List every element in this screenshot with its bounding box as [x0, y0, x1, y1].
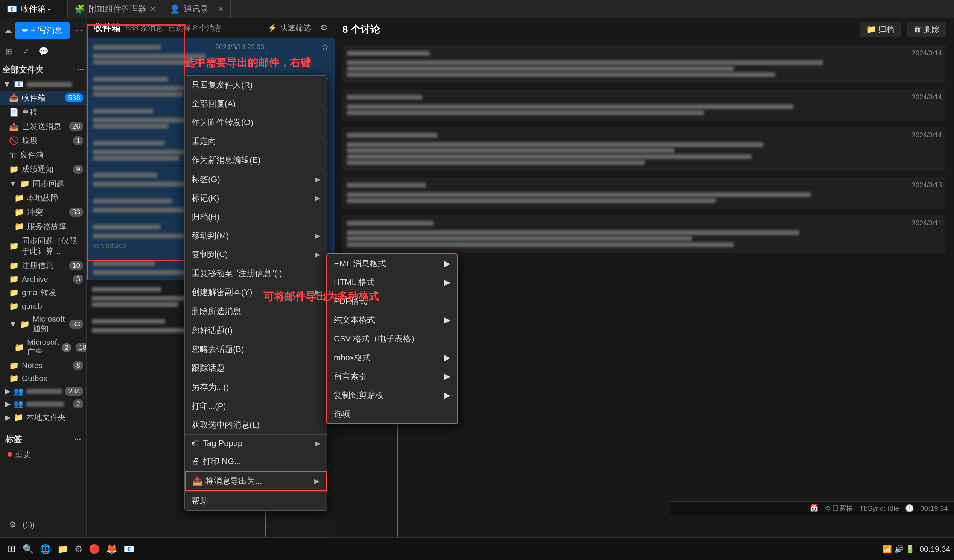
tag-popup-label: Tag Popup: [203, 439, 242, 448]
sidebar-item-draft[interactable]: 📄 草稿: [0, 105, 86, 119]
export-mbox[interactable]: mbox格式 ▶: [327, 348, 457, 367]
sidebar-item-server-fail[interactable]: 📁 服务器故障: [0, 219, 86, 233]
menu-tag-popup[interactable]: 🏷 Tag Popup ▶: [185, 434, 327, 452]
tab-inbox[interactable]: 📧 收件箱 -: [0, 0, 68, 18]
settings-button[interactable]: ⚙: [6, 518, 20, 531]
tags-more[interactable]: ···: [74, 434, 81, 444]
tab-bar: 📧 收件箱 - 🧩 附加组件管理器 ✕ 👤 通讯录 ✕: [0, 0, 954, 18]
sender: [92, 287, 161, 292]
sidebar-item-sent[interactable]: 📤 已发送消息 26: [0, 119, 86, 134]
sidebar-item-gurobi[interactable]: 📁 gurobi: [0, 300, 86, 313]
sidebar-more-icon[interactable]: ···: [76, 26, 83, 35]
tab-addon[interactable]: 🧩 附加组件管理器 ✕: [68, 0, 163, 18]
thread-message: 2024/3/14: [343, 45, 946, 83]
menu-ignore-thread[interactable]: 您好话题(I): [185, 321, 327, 340]
menu-print-ng[interactable]: 🖨 打印 NG...: [185, 452, 327, 471]
taskbar-search[interactable]: 🔍: [20, 544, 37, 554]
draft-icon: 📄: [9, 107, 19, 117]
taskbar-icon1[interactable]: 🌐: [37, 544, 54, 554]
menu-edit-new[interactable]: 作为新消息编辑(E): [185, 151, 327, 170]
menu-save-as[interactable]: 另存为...(): [185, 378, 327, 397]
sidebar-item-sync[interactable]: ▼ 📁 同步问题: [0, 176, 86, 191]
taskbar-firefox[interactable]: 🦊: [103, 544, 120, 554]
sidebar-item-ms-notice[interactable]: ▼ 📁 Microsoft通知 33: [0, 313, 86, 336]
sidebar-item-registration[interactable]: 📁 注册信息 10: [0, 258, 86, 273]
sidebar-item-inbox[interactable]: 📥 收件箱 538: [0, 91, 86, 105]
subject: [93, 54, 206, 59]
menu-repeat-move[interactable]: 重复移动至 "注册信息"(I): [185, 264, 327, 283]
save-as-label: 另存为...(): [192, 382, 229, 393]
archive-badge: 3: [73, 275, 83, 283]
menu-create-decrypted[interactable]: 创建解密副本(Y) ▶: [185, 283, 327, 302]
filter-extra-icon[interactable]: ⚙: [320, 23, 328, 33]
menu-reply-all[interactable]: 全部回复(A): [185, 94, 327, 113]
nav-icon-chat[interactable]: 💬: [34, 43, 52, 60]
sidebar-item-sync-local[interactable]: 📁 同步问题（仅限于此计算…: [0, 233, 86, 258]
taskbar-icon2[interactable]: 📁: [54, 544, 72, 554]
menu-export[interactable]: 📤 将消息导出为... ▶ EML 消息格式 ▶ HTML 格式 ▶ PDF格式…: [185, 471, 327, 491]
all-folders-more[interactable]: ···: [77, 65, 84, 75]
sidebar-item-trash[interactable]: 🗑 废件箱: [0, 148, 86, 162]
menu-tag[interactable]: 标签(G) ▶: [185, 170, 327, 189]
quick-filter-button[interactable]: ⚡ 快速筛选: [268, 23, 311, 33]
sidebar-item-archive[interactable]: 📁 Archive 3: [0, 273, 86, 285]
gmail-icon: 📁: [9, 288, 19, 297]
export-eml[interactable]: EML 消息格式 ▶: [327, 254, 457, 273]
taskbar-start[interactable]: ⊞: [4, 543, 20, 555]
taskbar-icon4[interactable]: 🔴: [86, 544, 103, 554]
export-index[interactable]: 留言索引 ▶: [327, 367, 457, 386]
contacts-tab-close[interactable]: ✕: [218, 5, 223, 13]
delete-button[interactable]: 🗑 删除: [907, 22, 946, 37]
sidebar-item-grades[interactable]: 📁 成绩通知 9: [0, 162, 86, 176]
sender: [93, 109, 153, 114]
print-ng-label: 打印 NG...: [203, 456, 241, 467]
sidebar-icon-cloud[interactable]: ☁: [4, 26, 12, 35]
msg-date: 2024/3/14: [912, 131, 942, 139]
tab-contacts[interactable]: 👤 通讯录 ✕: [163, 0, 231, 18]
nav-icon-check[interactable]: ✓: [17, 43, 34, 60]
sidebar-item-local[interactable]: ▶ 📁 本地文件夹: [0, 410, 86, 425]
menu-forward-attachment[interactable]: 作为附件转发(O): [185, 113, 327, 132]
menu-move-to[interactable]: 移动到(M) ▶: [185, 226, 327, 245]
account-item[interactable]: ▼ 📧: [0, 78, 86, 91]
menu-ignore-subthread[interactable]: 您略去话题(B): [185, 340, 327, 359]
msg-date: 2024/3/13: [912, 181, 942, 189]
export-plain[interactable]: 纯文本格式 ▶: [327, 311, 457, 330]
menu-archive[interactable]: 归档(H): [185, 208, 327, 226]
menu-reply-sender[interactable]: 只回复发件人(R): [185, 76, 327, 94]
sidebar-item-ms-ad[interactable]: 📁 Microsoft广告 2 18: [0, 336, 86, 359]
menu-redirect[interactable]: 重定向: [185, 132, 327, 151]
nav-icon-grid[interactable]: ⊞: [0, 43, 17, 60]
sidebar-item-notes[interactable]: 📁 Notes 8: [0, 359, 86, 372]
menu-print[interactable]: 打印...(P): [185, 397, 327, 415]
msg-sender: [347, 221, 433, 226]
tag-important[interactable]: 重要: [3, 447, 83, 462]
export-options[interactable]: 选项: [327, 404, 457, 423]
export-clipboard[interactable]: 复制到剪贴板 ▶: [327, 386, 457, 404]
sidebar-item-gmail[interactable]: 📁 gmail转发: [0, 285, 86, 300]
star-icon[interactable]: ☆: [321, 42, 329, 52]
sidebar-item-outbox[interactable]: 📁 Outbox: [0, 372, 86, 385]
menu-mark[interactable]: 标记(K) ▶: [185, 189, 327, 208]
menu-copy-to[interactable]: 复制到(C) ▶: [185, 245, 327, 264]
menu-help[interactable]: 帮助: [185, 491, 327, 510]
sidebar-item-spam[interactable]: 🚫 垃圾 1: [0, 134, 86, 148]
sidebar-item-conflict[interactable]: 📁 冲突 33: [0, 205, 86, 219]
compose-button[interactable]: ✏ + 写消息: [15, 22, 70, 39]
export-html[interactable]: HTML 格式 ▶: [327, 273, 457, 292]
menu-fetch-selected[interactable]: 获取选中的消息(L): [185, 415, 327, 434]
mail-item[interactable]: 2024/3/14 22:03 ☆: [87, 38, 335, 70]
taskbar-thunderbird[interactable]: 📧: [120, 544, 138, 554]
taskbar-icon3[interactable]: ⚙: [72, 544, 86, 554]
archive-button[interactable]: 📁 归档: [859, 22, 901, 37]
export-pdf[interactable]: PDF格式: [327, 292, 457, 311]
compose-label: + 写消息: [31, 25, 63, 36]
menu-delete-selected[interactable]: 删除所选消息: [185, 302, 327, 321]
sidebar-item-local-fail[interactable]: 📁 本地故障: [0, 191, 86, 205]
edit-new-label: 作为新消息编辑(E): [192, 155, 260, 166]
export-csv[interactable]: CSV 格式（电子表格）: [327, 330, 457, 348]
sidebar-item-group2[interactable]: ▶ 👥 2: [0, 398, 86, 410]
addon-tab-close[interactable]: ✕: [150, 5, 156, 13]
sidebar-item-group1[interactable]: ▶ 👥 234: [0, 385, 86, 398]
menu-track-thread[interactable]: 跟踪话题: [185, 359, 327, 378]
